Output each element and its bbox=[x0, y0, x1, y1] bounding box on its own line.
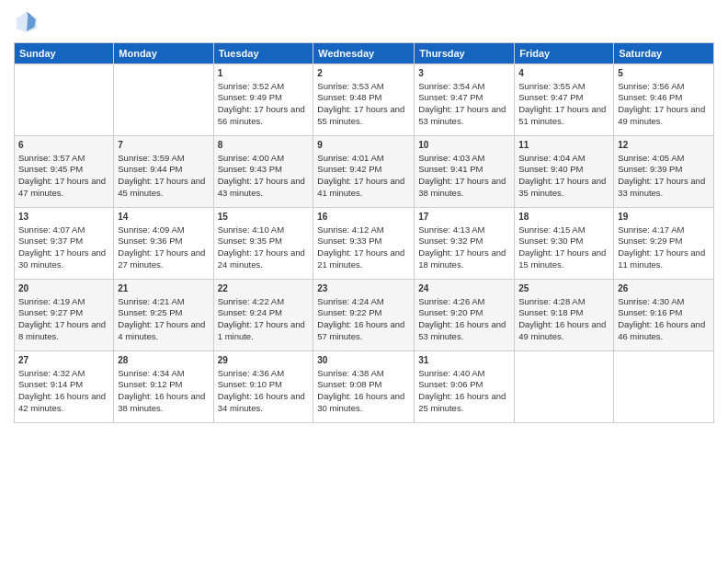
calendar-cell: 26Sunrise: 4:30 AMSunset: 9:16 PMDayligh… bbox=[614, 280, 714, 351]
day-number: 11 bbox=[518, 139, 609, 152]
calendar-cell: 8Sunrise: 4:00 AMSunset: 9:43 PMDaylight… bbox=[213, 136, 313, 208]
calendar-cell bbox=[15, 64, 114, 136]
day-number: 18 bbox=[518, 211, 609, 224]
calendar-cell: 23Sunrise: 4:24 AMSunset: 9:22 PMDayligh… bbox=[313, 280, 415, 351]
calendar-cell: 20Sunrise: 4:19 AMSunset: 9:27 PMDayligh… bbox=[15, 280, 114, 351]
day-number: 20 bbox=[18, 282, 109, 295]
day-number: 29 bbox=[218, 354, 310, 367]
day-number: 5 bbox=[618, 67, 710, 80]
calendar-cell: 25Sunrise: 4:28 AMSunset: 9:18 PMDayligh… bbox=[515, 280, 614, 351]
weekday-header: Thursday bbox=[415, 43, 515, 64]
day-number: 3 bbox=[418, 67, 510, 80]
day-number: 9 bbox=[317, 139, 410, 152]
logo bbox=[14, 9, 43, 35]
calendar-body: 1Sunrise: 3:52 AMSunset: 9:49 PMDaylight… bbox=[15, 64, 714, 423]
calendar-cell: 10Sunrise: 4:03 AMSunset: 9:41 PMDayligh… bbox=[415, 136, 515, 208]
day-number: 6 bbox=[18, 139, 109, 152]
calendar-table: SundayMondayTuesdayWednesdayThursdayFrid… bbox=[14, 42, 714, 423]
day-number: 28 bbox=[118, 354, 209, 367]
calendar-cell: 30Sunrise: 4:38 AMSunset: 9:08 PMDayligh… bbox=[313, 351, 415, 423]
day-number: 15 bbox=[218, 211, 310, 224]
day-number: 10 bbox=[418, 139, 510, 152]
calendar-cell: 12Sunrise: 4:05 AMSunset: 9:39 PMDayligh… bbox=[614, 136, 714, 208]
day-number: 27 bbox=[18, 354, 109, 367]
calendar-cell: 15Sunrise: 4:10 AMSunset: 9:35 PMDayligh… bbox=[213, 208, 313, 280]
calendar-cell: 6Sunrise: 3:57 AMSunset: 9:45 PMDaylight… bbox=[15, 136, 114, 208]
calendar-cell: 7Sunrise: 3:59 AMSunset: 9:44 PMDaylight… bbox=[114, 136, 213, 208]
calendar-row: 13Sunrise: 4:07 AMSunset: 9:37 PMDayligh… bbox=[15, 208, 714, 280]
calendar-cell: 3Sunrise: 3:54 AMSunset: 9:47 PMDaylight… bbox=[415, 64, 515, 136]
day-number: 31 bbox=[418, 354, 510, 367]
calendar-cell: 24Sunrise: 4:26 AMSunset: 9:20 PMDayligh… bbox=[415, 280, 515, 351]
weekday-header: Tuesday bbox=[213, 43, 313, 64]
calendar-cell: 28Sunrise: 4:34 AMSunset: 9:12 PMDayligh… bbox=[114, 351, 213, 423]
calendar-cell: 9Sunrise: 4:01 AMSunset: 9:42 PMDaylight… bbox=[313, 136, 415, 208]
header-row: SundayMondayTuesdayWednesdayThursdayFrid… bbox=[15, 43, 714, 64]
calendar-cell: 19Sunrise: 4:17 AMSunset: 9:29 PMDayligh… bbox=[614, 208, 714, 280]
day-number: 22 bbox=[218, 282, 310, 295]
calendar-cell: 31Sunrise: 4:40 AMSunset: 9:06 PMDayligh… bbox=[415, 351, 515, 423]
calendar-row: 1Sunrise: 3:52 AMSunset: 9:49 PMDaylight… bbox=[15, 64, 714, 136]
day-number: 2 bbox=[317, 67, 410, 80]
page: SundayMondayTuesdayWednesdayThursdayFrid… bbox=[0, 0, 728, 563]
calendar-cell: 14Sunrise: 4:09 AMSunset: 9:36 PMDayligh… bbox=[114, 208, 213, 280]
day-number: 19 bbox=[618, 211, 710, 224]
calendar-cell: 1Sunrise: 3:52 AMSunset: 9:49 PMDaylight… bbox=[213, 64, 313, 136]
weekday-header: Wednesday bbox=[313, 43, 415, 64]
day-number: 7 bbox=[118, 139, 209, 152]
weekday-header: Friday bbox=[515, 43, 614, 64]
calendar-cell: 13Sunrise: 4:07 AMSunset: 9:37 PMDayligh… bbox=[15, 208, 114, 280]
weekday-header: Monday bbox=[114, 43, 213, 64]
day-number: 8 bbox=[218, 139, 310, 152]
calendar-cell: 21Sunrise: 4:21 AMSunset: 9:25 PMDayligh… bbox=[114, 280, 213, 351]
calendar-cell bbox=[515, 351, 614, 423]
calendar-cell: 17Sunrise: 4:13 AMSunset: 9:32 PMDayligh… bbox=[415, 208, 515, 280]
weekday-header: Saturday bbox=[614, 43, 714, 64]
day-number: 16 bbox=[317, 211, 410, 224]
calendar-cell: 4Sunrise: 3:55 AMSunset: 9:47 PMDaylight… bbox=[515, 64, 614, 136]
calendar-row: 20Sunrise: 4:19 AMSunset: 9:27 PMDayligh… bbox=[15, 280, 714, 351]
calendar-cell: 27Sunrise: 4:32 AMSunset: 9:14 PMDayligh… bbox=[15, 351, 114, 423]
day-number: 12 bbox=[618, 139, 710, 152]
calendar-row: 27Sunrise: 4:32 AMSunset: 9:14 PMDayligh… bbox=[15, 351, 714, 423]
calendar-cell: 18Sunrise: 4:15 AMSunset: 9:30 PMDayligh… bbox=[515, 208, 614, 280]
day-number: 4 bbox=[518, 67, 609, 80]
header bbox=[14, 9, 714, 35]
day-number: 13 bbox=[18, 211, 109, 224]
calendar-cell bbox=[114, 64, 213, 136]
day-number: 14 bbox=[118, 211, 209, 224]
day-number: 26 bbox=[618, 282, 710, 295]
calendar-cell: 29Sunrise: 4:36 AMSunset: 9:10 PMDayligh… bbox=[213, 351, 313, 423]
calendar-row: 6Sunrise: 3:57 AMSunset: 9:45 PMDaylight… bbox=[15, 136, 714, 208]
day-number: 17 bbox=[418, 211, 510, 224]
calendar-cell: 16Sunrise: 4:12 AMSunset: 9:33 PMDayligh… bbox=[313, 208, 415, 280]
calendar-cell bbox=[614, 351, 714, 423]
day-number: 25 bbox=[518, 282, 609, 295]
day-number: 21 bbox=[118, 282, 209, 295]
day-number: 23 bbox=[317, 282, 410, 295]
day-number: 24 bbox=[418, 282, 510, 295]
calendar-cell: 11Sunrise: 4:04 AMSunset: 9:40 PMDayligh… bbox=[515, 136, 614, 208]
calendar-cell: 22Sunrise: 4:22 AMSunset: 9:24 PMDayligh… bbox=[213, 280, 313, 351]
day-number: 30 bbox=[317, 354, 410, 367]
calendar-header: SundayMondayTuesdayWednesdayThursdayFrid… bbox=[15, 43, 714, 64]
day-number: 1 bbox=[218, 67, 310, 80]
calendar-cell: 5Sunrise: 3:56 AMSunset: 9:46 PMDaylight… bbox=[614, 64, 714, 136]
logo-icon bbox=[14, 9, 40, 35]
weekday-header: Sunday bbox=[15, 43, 114, 64]
calendar-cell: 2Sunrise: 3:53 AMSunset: 9:48 PMDaylight… bbox=[313, 64, 415, 136]
